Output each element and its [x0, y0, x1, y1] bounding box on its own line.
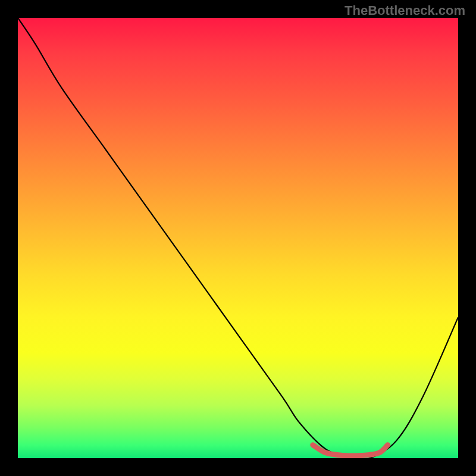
optimal-range-path	[313, 445, 388, 456]
curve-svg	[18, 18, 458, 458]
watermark-text: TheBottleneck.com	[345, 3, 465, 18]
bottleneck-curve-path	[18, 18, 458, 458]
chart-frame	[0, 0, 476, 476]
